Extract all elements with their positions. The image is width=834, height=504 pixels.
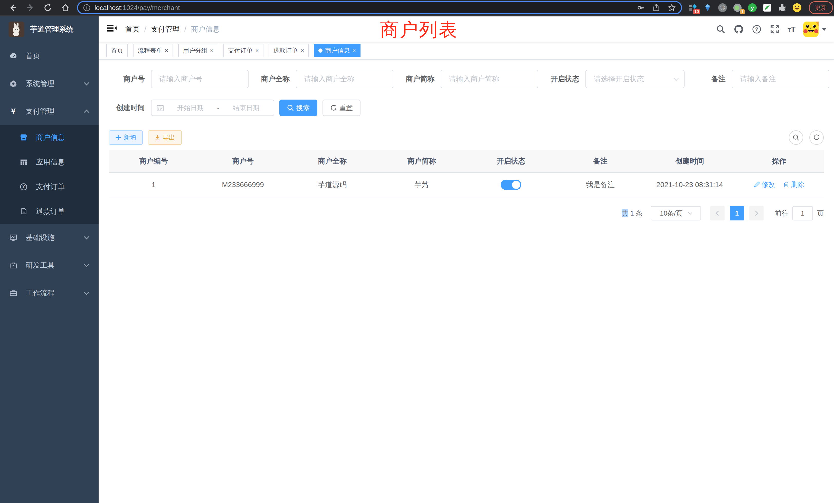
sidebar-item-label: 支付管理 (26, 107, 54, 116)
extension-gem-icon[interactable] (703, 3, 712, 12)
sidebar-item-merchant-info[interactable]: 商户信息 (0, 125, 98, 150)
cell-short-name: 芋艿 (377, 173, 466, 197)
tag-close-icon[interactable]: × (165, 47, 169, 54)
yen-icon: ¥ (9, 107, 18, 116)
breadcrumb-pay[interactable]: 支付管理 (151, 24, 180, 34)
extension-apps-icon[interactable]: 10 (688, 3, 697, 12)
goto-page-input[interactable] (792, 206, 813, 221)
sidebar-item-home[interactable]: 首页 (0, 42, 98, 70)
date-start-placeholder: 开始日期 (168, 104, 213, 112)
sidebar-item-system[interactable]: 系统管理 (0, 70, 98, 97)
extension-tab-manager-icon[interactable]: 1 (733, 3, 742, 12)
edit-link-label: 修改 (762, 180, 775, 189)
extension-command-icon[interactable]: ⌘ (718, 3, 727, 12)
download-icon (155, 135, 160, 140)
fullscreen-icon[interactable] (770, 24, 780, 35)
browser-update-button[interactable]: 更新 (809, 1, 833, 14)
create-time-range-picker[interactable]: 开始日期 - 结束日期 (151, 99, 274, 116)
tag-label: 支付订单 (228, 46, 253, 55)
delete-link[interactable]: 删除 (783, 180, 804, 189)
search-button[interactable]: 搜索 (279, 99, 317, 116)
pagination-total: 共 1 条 (622, 209, 642, 218)
status-select[interactable]: 请选择开启状态 (586, 70, 684, 88)
browser-forward-button[interactable] (24, 2, 37, 14)
export-button[interactable]: 导出 (148, 130, 182, 145)
url-bar[interactable]: localhost:1024/pay/merchant (77, 1, 682, 14)
bookmark-star-icon[interactable] (667, 4, 676, 12)
extension-y-icon[interactable]: y (748, 3, 757, 12)
sidebar-item-pay[interactable]: ¥ 支付管理 (0, 97, 98, 125)
full-name-input[interactable] (296, 70, 393, 88)
merchant-no-label: 商户号 (109, 74, 151, 84)
browser-home-button[interactable] (59, 2, 71, 14)
tag-close-icon[interactable]: × (301, 47, 304, 54)
sidebar-item-pay-order[interactable]: ¥ 支付订单 (0, 175, 98, 199)
url-text[interactable]: localhost:1024/pay/merchant (94, 4, 180, 12)
monitor-chart-icon (9, 234, 18, 242)
page-number-1[interactable]: 1 (730, 206, 744, 221)
status-toggle[interactable] (501, 180, 521, 190)
tag-process-form[interactable]: 流程表单× (133, 44, 173, 57)
next-page-button[interactable] (749, 206, 764, 221)
app-logo[interactable]: 芋道管理系统 (0, 17, 98, 42)
refresh-icon (813, 134, 820, 141)
tag-home[interactable]: 首页 (106, 44, 128, 57)
tag-close-icon[interactable]: × (210, 47, 214, 54)
remark-label: 备注 (690, 74, 732, 84)
short-name-input[interactable] (441, 70, 538, 88)
refresh-table-button[interactable] (809, 130, 824, 145)
header-search-icon[interactable] (716, 24, 726, 35)
add-button[interactable]: 新增 (109, 130, 143, 145)
extension-emoji-icon[interactable] (792, 3, 802, 12)
delete-link-label: 删除 (791, 180, 804, 189)
tag-refund-order[interactable]: 退款订单× (269, 44, 309, 57)
sidebar-item-app-info[interactable]: 应用信息 (0, 150, 98, 175)
share-icon[interactable] (652, 4, 660, 12)
sidebar-item-infra[interactable]: 基础设施 (0, 224, 98, 251)
sidebar-collapse-icon[interactable] (107, 24, 117, 35)
sidebar: 芋道管理系统 首页 系统管理 ¥ (0, 17, 98, 503)
browser-back-button[interactable] (7, 2, 19, 14)
tag-user-group[interactable]: 用户分组× (178, 44, 218, 57)
sidebar-item-label: 应用信息 (36, 157, 65, 167)
edit-link[interactable]: 修改 (754, 180, 775, 189)
tag-close-icon[interactable]: × (352, 47, 356, 54)
reset-button[interactable]: 重置 (323, 99, 360, 116)
sidebar-item-workflow[interactable]: 工作流程 (0, 279, 98, 307)
store-icon (20, 134, 28, 141)
page-info-icon[interactable] (83, 4, 90, 11)
chevron-down-icon (84, 262, 89, 267)
merchant-no-input[interactable] (151, 70, 248, 88)
remark-input[interactable] (732, 70, 829, 88)
extension-notes-icon[interactable] (763, 3, 772, 12)
tag-close-icon[interactable]: × (255, 47, 259, 54)
col-merchant-id: 商户编号 (109, 150, 198, 173)
prev-page-button[interactable] (710, 206, 725, 221)
password-key-icon[interactable] (637, 4, 645, 12)
app-title: 芋道管理系统 (30, 24, 73, 34)
export-button-label: 导出 (163, 134, 175, 142)
calendar-icon (157, 104, 164, 111)
tag-merchant-info[interactable]: 商户信息× (314, 44, 360, 57)
sidebar-item-devtools[interactable]: 研发工具 (0, 251, 98, 279)
table-row[interactable]: 1 M233666999 芋道源码 芋艿 我是备注 2021-10-23 08:… (109, 173, 824, 197)
chevron-right-icon (753, 211, 758, 216)
user-avatar[interactable] (803, 22, 827, 37)
page-size-select[interactable]: 10条/页 (651, 206, 701, 221)
browser-reload-button[interactable] (42, 2, 54, 14)
hide-search-button[interactable] (789, 130, 803, 145)
svg-text:¥: ¥ (22, 184, 25, 189)
extension-puzzle-icon[interactable] (777, 3, 787, 12)
col-remark: 备注 (556, 150, 645, 173)
plus-icon (115, 135, 121, 140)
help-icon[interactable]: ? (751, 24, 762, 35)
full-name-label: 商户全称 (254, 74, 296, 84)
tag-pay-order[interactable]: 支付订单× (223, 44, 263, 57)
font-size-icon[interactable]: TT (788, 25, 795, 33)
github-icon[interactable] (733, 24, 744, 35)
sidebar-item-label: 首页 (26, 51, 40, 61)
sidebar-item-refund-order[interactable]: 退款订单 (0, 199, 98, 224)
cell-create-time: 2021-10-23 08:31:14 (645, 173, 734, 197)
cell-status (466, 173, 556, 197)
breadcrumb-home[interactable]: 首页 (125, 24, 140, 34)
